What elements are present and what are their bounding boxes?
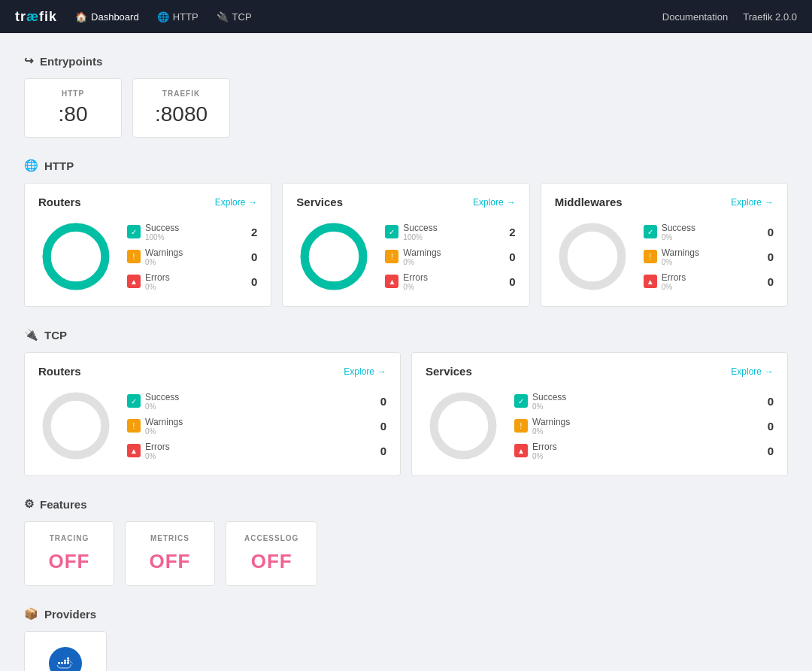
globe-icon: 🌐 (157, 11, 169, 23)
http-middlewares-card: Middlewares Explore → ✓ (541, 183, 788, 307)
providers-icon: 📦 (24, 607, 38, 621)
tcp-section-icon: 🔌 (24, 328, 38, 342)
svg-point-6 (434, 396, 492, 455)
legend-errors: ▲ Errors 0% 0 (514, 442, 774, 460)
tcp-routers-explore[interactable]: Explore → (344, 366, 386, 377)
tcp-routers-legend: ✓ Success 0% 0 ! Warnings 0% (127, 392, 386, 460)
feature-accesslog: ACCESSLOG OFF (226, 521, 317, 586)
feature-tracing: TRACING OFF (24, 521, 114, 586)
tcp-services-explore[interactable]: Explore → (731, 366, 774, 377)
entrypoints-section: ↪ Entrypoints HTTP :80 TRAEFIK :8080 (24, 54, 788, 138)
error-icon: ▲ (127, 275, 141, 288)
tcp-routers-donut (38, 388, 114, 463)
entrypoints-icon: ↪ (24, 54, 34, 68)
providers-title: Providers (44, 608, 96, 621)
warning-icon: ! (385, 250, 398, 263)
http-middlewares-explore[interactable]: Explore → (731, 197, 774, 208)
http-section-header: 🌐 HTTP (24, 159, 788, 172)
features-row: TRACING OFF METRICS OFF ACCESSLOG OFF (24, 521, 788, 586)
tcp-section-title: TCP (44, 329, 67, 342)
feature-metrics: METRICS OFF (125, 521, 215, 586)
svg-point-1 (47, 227, 105, 286)
http-services-card: Services Explore → ✓ (282, 183, 529, 307)
features-title: Features (40, 498, 87, 511)
tcp-services-legend: ✓ Success 0% 0 ! Warnings 0% (514, 392, 774, 460)
logo[interactable]: træfik (15, 9, 57, 25)
tcp-routers-title: Routers (38, 365, 81, 378)
http-routers-legend: ✓ Success 100% 2 ! Warnings 0% (127, 223, 257, 291)
legend-warnings: ! Warnings 0% 0 (644, 247, 774, 266)
http-services-donut (296, 219, 371, 294)
providers-header: 📦 Providers (24, 607, 788, 621)
nav-documentation[interactable]: Documentation (662, 11, 728, 23)
http-services-legend: ✓ Success 100% 2 ! Warnings 0% (385, 223, 515, 291)
entrypoints-title: Entrypoints (40, 55, 102, 68)
http-routers-donut-svg (38, 219, 114, 294)
plug-icon: 🔌 (217, 11, 229, 23)
http-routers-explore[interactable]: Explore → (215, 197, 258, 208)
legend-errors: ▲ Errors 0% 0 (127, 272, 257, 291)
features-icon: ⚙ (24, 497, 34, 511)
navbar: træfik 🏠 Dashboard 🌐 HTTP 🔌 TCP Document… (0, 0, 812, 33)
success-icon: ✓ (127, 394, 141, 408)
svg-rect-13 (67, 657, 69, 660)
legend-success: ✓ Success 0% 0 (514, 392, 774, 411)
tcp-routers-body: ✓ Success 0% 0 ! Warnings 0% (38, 388, 386, 463)
tcp-cards-row: Routers Explore → ✓ (24, 352, 788, 476)
svg-rect-9 (64, 662, 66, 664)
error-icon: ▲ (514, 444, 528, 457)
http-services-explore[interactable]: Explore → (473, 197, 516, 208)
entrypoints-row: HTTP :80 TRAEFIK :8080 (24, 78, 788, 138)
home-icon: 🏠 (75, 11, 87, 23)
svg-point-4 (563, 227, 622, 286)
legend-errors: ▲ Errors 0% 0 (644, 272, 774, 291)
docker-icon (49, 647, 82, 671)
http-services-body: ✓ Success 100% 2 ! Warnings 0% (296, 219, 515, 294)
http-services-title: Services (296, 196, 343, 208)
nav-item-tcp[interactable]: 🔌 TCP (217, 11, 252, 23)
arrow-right-icon: → (507, 197, 516, 208)
arrow-right-icon: → (377, 366, 386, 377)
http-section-icon: 🌐 (24, 159, 38, 172)
tcp-services-body: ✓ Success 0% 0 ! Warnings 0% (426, 388, 774, 463)
nav-left: træfik 🏠 Dashboard 🌐 HTTP 🔌 TCP (15, 9, 252, 25)
entrypoint-http-label: HTTP (46, 90, 100, 98)
success-icon: ✓ (385, 225, 398, 238)
entrypoint-traefik-label: TRAEFIK (154, 90, 208, 98)
tcp-services-donut (426, 388, 501, 463)
http-routers-card: Routers Explore → ✓ (24, 183, 271, 307)
arrow-right-icon: → (765, 197, 774, 208)
http-routers-title: Routers (38, 196, 81, 208)
http-routers-body: ✓ Success 100% 2 ! Warnings 0% (38, 219, 257, 294)
http-middlewares-donut (555, 219, 630, 294)
nav-right: Documentation Traefik 2.0.0 (662, 11, 797, 23)
legend-warnings: ! Warnings 0% 0 (127, 417, 386, 436)
svg-rect-10 (67, 662, 69, 664)
legend-success: ✓ Success 100% 2 (385, 223, 515, 241)
entrypoint-traefik-value: :8080 (154, 102, 208, 126)
http-middlewares-legend: ✓ Success 0% 0 ! Warnings 0% (644, 223, 774, 291)
tcp-section-header: 🔌 TCP (24, 328, 788, 342)
legend-success: ✓ Success 0% 0 (127, 392, 386, 411)
http-middlewares-body: ✓ Success 0% 0 ! Warnings 0% (555, 219, 774, 294)
http-middlewares-title: Middlewares (555, 196, 623, 208)
nav-item-dashboard[interactable]: 🏠 Dashboard (75, 11, 139, 23)
tcp-services-header: Services Explore → (426, 365, 774, 378)
providers-row: Docker (24, 631, 788, 671)
svg-point-3 (304, 227, 363, 286)
http-routers-donut (38, 219, 114, 294)
tcp-services-card: Services Explore → ✓ (411, 352, 788, 476)
arrow-right-icon: → (248, 197, 257, 208)
error-icon: ▲ (385, 275, 398, 288)
success-icon: ✓ (127, 225, 141, 238)
tcp-routers-donut-svg (38, 388, 114, 463)
provider-docker: Docker (24, 631, 107, 671)
http-routers-header: Routers Explore → (38, 196, 257, 208)
http-services-donut-svg (296, 219, 371, 294)
http-cards-row: Routers Explore → ✓ (24, 183, 788, 307)
nav-item-http[interactable]: 🌐 HTTP (157, 11, 198, 23)
warning-icon: ! (644, 250, 657, 263)
http-middlewares-header: Middlewares Explore → (555, 196, 774, 208)
legend-errors: ▲ Errors 0% 0 (385, 272, 515, 291)
svg-rect-7 (58, 662, 60, 664)
